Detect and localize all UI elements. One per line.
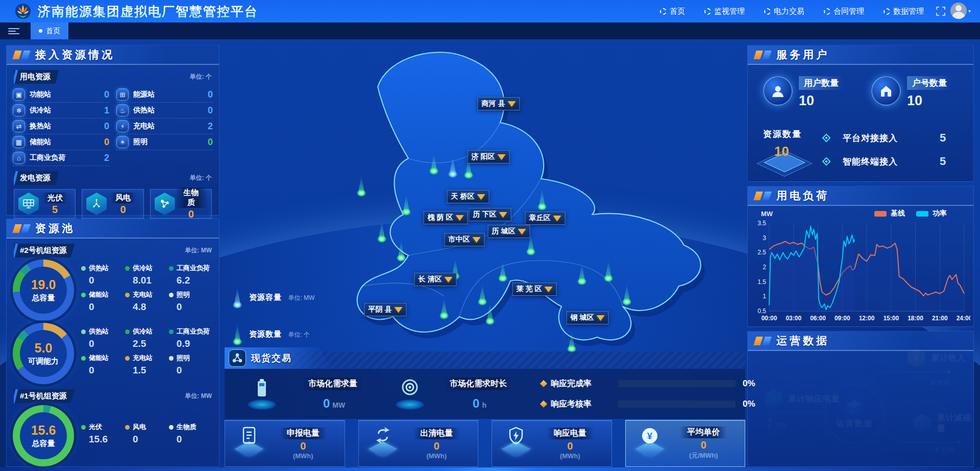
- market-demand-label: 市场化需求量: [302, 378, 363, 390]
- resource-beacon-icon[interactable]: [575, 263, 589, 285]
- legend-item: 充电站4.8: [125, 290, 169, 313]
- fullscreen-icon[interactable]: [936, 7, 945, 16]
- decor-slash-orange: [753, 51, 763, 59]
- resource-label: 工商业负荷: [30, 153, 65, 162]
- legend-label: 充电站: [133, 290, 153, 299]
- map-pin-icon: [596, 315, 604, 321]
- map-legend-capacity-unit: 单位: MW: [288, 294, 314, 301]
- svg-text:15:00: 15:00: [883, 315, 899, 322]
- legend-value: 0: [89, 365, 125, 376]
- resource-beacon-icon[interactable]: [476, 283, 489, 305]
- resource-value: 0: [104, 89, 109, 100]
- user-avatar[interactable]: [950, 3, 967, 19]
- donut-label: 总容量: [32, 293, 55, 303]
- donut-legend: 供热站0供冷站8.01工商业负荷6.2储能站0充电站4.8照明0: [81, 264, 213, 317]
- market-duration-unit: h: [482, 401, 486, 409]
- resource-label: 供冷站: [30, 106, 51, 115]
- chevron-down-icon: ▾: [968, 8, 971, 14]
- resource-row: ⇄换热站0⚡充电站2: [13, 119, 213, 134]
- district-marker[interactable]: 历 城区: [488, 225, 530, 238]
- donut-center: 19.0总容量: [20, 267, 67, 314]
- platform-access-value: 5: [940, 131, 946, 145]
- decor-slash-orange: [12, 224, 22, 233]
- gen-card-label: 风电: [110, 193, 136, 203]
- district-marker[interactable]: 章丘区: [525, 211, 566, 225]
- legend-value: 1.5: [133, 365, 169, 376]
- legend-dot-icon: [81, 356, 86, 361]
- district-marker[interactable]: 天 桥区: [447, 190, 489, 203]
- legend-item-top: 风电: [125, 422, 169, 432]
- resource-beacon-icon[interactable]: [427, 152, 440, 175]
- legend-baseline[interactable]: 基线: [874, 209, 905, 218]
- resource-beacon-icon[interactable]: [375, 220, 388, 243]
- spot-card-申报电量: 申报电量0(MWh): [225, 420, 345, 467]
- district-marker[interactable]: 长 清区: [414, 273, 457, 286]
- spot-card-平均单价: ¥平均单价0(元/MWh): [625, 420, 746, 467]
- district-marker[interactable]: 平阴 县: [364, 303, 407, 316]
- tab-home[interactable]: 首页: [31, 22, 68, 39]
- tab-spot-trading[interactable]: 现货交易: [225, 347, 332, 369]
- wind-icon: [86, 193, 107, 215]
- nav-item-4[interactable]: 合同管理: [824, 7, 864, 16]
- panel-load-title: 用电负荷: [776, 189, 829, 203]
- resource-beacon-icon[interactable]: [620, 283, 633, 305]
- legend-label: 生物质: [177, 422, 197, 432]
- map-legend-count-unit: 单位: 个: [288, 331, 310, 338]
- district-marker[interactable]: 莱 芜 区: [512, 282, 557, 296]
- nav-item-3[interactable]: 电力交易: [764, 7, 804, 16]
- legend-item-top: 供热站: [81, 327, 125, 336]
- map-legend-count-label: 资源数量: [249, 329, 282, 338]
- svg-text:3.5: 3.5: [757, 220, 766, 227]
- resource-label: 照明: [133, 137, 148, 147]
- resource-beacon-icon[interactable]: [446, 155, 459, 178]
- donut-value: 19.0: [31, 277, 56, 292]
- donut-value: 5.0: [35, 341, 53, 356]
- donut-label: 总容量: [32, 439, 55, 449]
- declare-doc-icon: [232, 427, 266, 460]
- district-marker[interactable]: 市中区: [445, 233, 485, 246]
- district-marker[interactable]: 济 阳区: [468, 150, 510, 163]
- district-marker[interactable]: 商河 县: [478, 97, 520, 110]
- district-marker[interactable]: 槐 荫 区: [424, 211, 468, 224]
- gen-card-text: 生物质0: [175, 187, 207, 220]
- legend-power[interactable]: 功率: [916, 209, 947, 218]
- nav-item-label: 监视管理: [714, 7, 745, 16]
- spot-cards-row: 申报电量0(MWh)出清电量0(MWh)响应电量0(MWh)¥平均单价0(元/M…: [225, 420, 745, 467]
- nav-item-2[interactable]: 监视管理: [704, 7, 745, 16]
- decor-slash-blue: [762, 337, 772, 345]
- resource-beacon-icon[interactable]: [437, 297, 451, 319]
- house-count-icon: [871, 76, 901, 106]
- panel-pool-title: 资源池: [35, 221, 75, 236]
- nav-item-1[interactable]: 首页: [660, 7, 685, 16]
- baseline-label: 基线: [891, 209, 905, 218]
- panel-access-title: 接入资源情况: [35, 48, 115, 62]
- energy-station-icon: ⊞: [116, 88, 129, 101]
- nav-item-5[interactable]: 数据管理: [884, 7, 924, 16]
- resource-item: ⚡充电站2: [116, 119, 213, 134]
- resource-beacon-icon[interactable]: [395, 239, 408, 262]
- response-completion-bar: [618, 380, 736, 387]
- legend-value: 0: [177, 301, 213, 313]
- resource-beacon-icon[interactable]: [535, 188, 549, 210]
- pool-groups: #2号机组资源单位: MW19.0总容量供热站0供冷站8.01工商业负荷6.2储…: [7, 244, 219, 466]
- legend-item: 供冷站2.5: [125, 327, 169, 349]
- resource-label: 供热站: [133, 106, 155, 115]
- spot-card-unit: (MWh): [266, 452, 340, 460]
- power-label: 功率: [933, 209, 947, 218]
- district-name: 章丘区: [529, 214, 551, 223]
- resource-value: 2: [104, 153, 109, 163]
- resource-beacon-icon[interactable]: [602, 260, 615, 282]
- resource-beacon-icon[interactable]: [565, 330, 578, 352]
- district-marker[interactable]: 钢 城区: [567, 311, 609, 324]
- resource-beacon-icon[interactable]: [483, 302, 497, 325]
- resource-beacon-icon[interactable]: [355, 174, 368, 197]
- storage-station-icon: ▦: [13, 136, 25, 148]
- district-marker[interactable]: 历 下区: [469, 208, 511, 221]
- collapse-menu-icon[interactable]: [8, 27, 19, 35]
- resource-value: 0: [104, 137, 109, 148]
- market-duration-value: 0: [473, 396, 479, 410]
- panel-service-header: 服务用户: [748, 45, 973, 65]
- user-menu[interactable]: ▾: [950, 3, 971, 19]
- resource-beacon-icon[interactable]: [496, 260, 509, 282]
- resource-beacon-icon[interactable]: [400, 193, 413, 216]
